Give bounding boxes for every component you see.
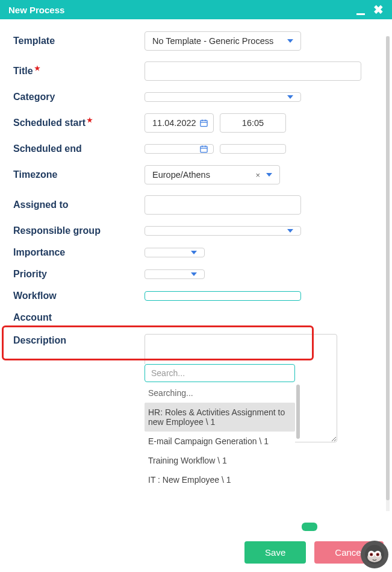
label-priority: Priority	[13, 269, 145, 280]
scheduled-end-time-input[interactable]	[220, 144, 286, 154]
window-title: New Process	[8, 5, 64, 15]
label-template: Template	[13, 36, 145, 46]
dropdown-list: Searching... HR: Roles & Activities Assi…	[145, 385, 295, 489]
chevron-down-icon	[191, 251, 197, 254]
label-category: Category	[13, 92, 145, 102]
save-button[interactable]: Save	[244, 541, 306, 564]
chevron-down-icon	[287, 229, 293, 233]
page-scrollbar[interactable]	[386, 36, 390, 511]
dropdown-scrollbar[interactable]	[296, 385, 300, 439]
label-responsible-group: Responsible group	[13, 225, 145, 236]
timezone-select[interactable]: Europe/Athens ×	[145, 165, 280, 184]
scheduled-start-date-value: 11.04.2022	[152, 118, 196, 128]
responsible-group-select[interactable]	[145, 226, 301, 236]
template-value: No Template - Generic Process	[152, 36, 273, 46]
titlebar: New Process ✖	[0, 0, 392, 19]
template-select[interactable]: No Template - Generic Process	[145, 31, 301, 51]
clear-icon[interactable]: ×	[255, 171, 260, 180]
dropdown-status: Searching...	[145, 385, 295, 403]
label-description: Description	[13, 335, 145, 346]
label-scheduled-end: Scheduled end	[13, 143, 145, 154]
scheduled-end-date-input[interactable]	[145, 144, 214, 154]
workflow-select[interactable]	[145, 291, 301, 301]
dropdown-item[interactable]: IT : New Employee \ 1	[145, 470, 295, 489]
dropdown-item[interactable]: HR: Roles & Activities Assignment to new…	[145, 403, 295, 432]
timezone-value: Europe/Athens	[152, 170, 210, 180]
scheduled-start-date-input[interactable]: 11.04.2022	[145, 113, 214, 133]
category-select[interactable]	[145, 92, 301, 102]
label-assigned-to: Assigned to	[13, 200, 145, 210]
close-icon[interactable]: ✖	[373, 4, 384, 16]
chevron-down-icon	[287, 39, 293, 43]
svg-point-14	[371, 554, 372, 555]
dropdown-item[interactable]: E-mail Campaign Generation \ 1	[145, 432, 295, 451]
chevron-down-icon	[266, 173, 272, 177]
partial-button-fragment	[302, 523, 317, 531]
footer: Save Cancel	[0, 533, 392, 572]
window-controls: ✖	[356, 4, 384, 16]
label-timezone: Timezone	[13, 169, 145, 180]
label-workflow: Workflow	[13, 291, 145, 301]
help-avatar[interactable]	[361, 541, 388, 568]
search-placeholder-text: Search...	[151, 368, 185, 378]
importance-select[interactable]	[145, 248, 205, 257]
svg-rect-4	[201, 146, 207, 152]
priority-select[interactable]	[145, 269, 205, 279]
assigned-to-input[interactable]	[145, 195, 301, 215]
scheduled-start-time-input[interactable]: 16:05	[220, 113, 286, 133]
label-importance: Importance	[13, 247, 145, 258]
calendar-icon[interactable]	[199, 119, 208, 128]
chevron-down-icon	[191, 272, 197, 276]
dropdown-item[interactable]: Training Workflow \ 1	[145, 451, 295, 470]
scheduled-start-time-value: 16:05	[242, 118, 264, 128]
svg-point-15	[377, 554, 378, 555]
page-scrollbar-thumb[interactable]	[386, 36, 390, 500]
calendar-icon[interactable]	[199, 145, 208, 154]
label-account: Account	[13, 312, 145, 323]
title-input[interactable]	[145, 61, 361, 81]
dropdown-search-input[interactable]: Search...	[145, 364, 295, 382]
svg-rect-0	[201, 121, 207, 127]
label-scheduled-start: Scheduled start	[13, 118, 145, 128]
workflow-dropdown: Search... Searching... HR: Roles & Activ…	[145, 364, 295, 489]
label-title: Title	[13, 66, 145, 77]
chevron-down-icon	[287, 95, 293, 99]
minimize-icon[interactable]	[356, 4, 365, 16]
